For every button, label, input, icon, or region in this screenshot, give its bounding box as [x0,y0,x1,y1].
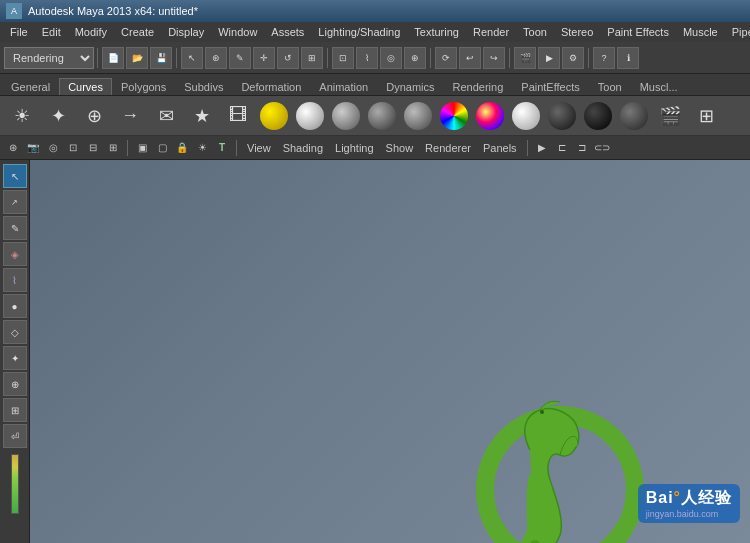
viewport-renderer-menu[interactable]: Renderer [420,140,476,156]
history-btn[interactable]: ⟳ [435,47,457,69]
menu-texturing[interactable]: Texturing [408,24,465,40]
vp-icon-mesh[interactable]: ⊟ [84,139,102,157]
lasso-btn[interactable]: ⊛ [205,47,227,69]
vp-icon-box[interactable]: ⊡ [64,139,82,157]
info-btn[interactable]: ℹ [617,47,639,69]
viewport-panels-menu[interactable]: Panels [478,140,522,156]
move-btn[interactable]: ✛ [253,47,275,69]
vp-icon-show[interactable]: ▢ [153,139,171,157]
pivot-tool[interactable]: ⊕ [3,372,27,396]
redo-btn[interactable]: ↪ [483,47,505,69]
tab-general[interactable]: General [2,78,59,95]
tab-subdivs[interactable]: Subdivs [175,78,232,95]
tab-painteffects[interactable]: PaintEffects [512,78,589,95]
menu-modify[interactable]: Modify [69,24,113,40]
shelf-sphere-dark[interactable] [545,99,579,133]
shelf-sphere-yellow[interactable] [257,99,291,133]
viewport-show-menu[interactable]: Show [381,140,419,156]
tab-dynamics[interactable]: Dynamics [377,78,443,95]
vp-icon-T[interactable]: T [213,139,231,157]
menu-file[interactable]: File [4,24,34,40]
paint-btn[interactable]: ✎ [229,47,251,69]
shelf-icon-plus-circle[interactable]: ⊕ [77,99,111,133]
tab-curves[interactable]: Curves [59,78,112,95]
vp-icon-clone[interactable]: ⊏ [553,139,571,157]
shelf-icon-film[interactable]: 🎞 [221,99,255,133]
vp-icon-share[interactable]: ⊂⊃ [593,139,611,157]
shelf-icon-grid[interactable]: ⊞ [689,99,723,133]
paint-tool[interactable]: ✎ [3,216,27,240]
menu-assets[interactable]: Assets [265,24,310,40]
measure-tool[interactable]: ⊞ [3,398,27,422]
vp-icon-lock[interactable]: 🔒 [173,139,191,157]
viewport-3d[interactable]: Bai°人经验 jingyan.baidu.com [30,160,750,543]
snap-surface-btn[interactable]: ⊕ [404,47,426,69]
curve-tool[interactable]: ⌇ [3,268,27,292]
nav-tool[interactable]: ⏎ [3,424,27,448]
shelf-sphere-gray3[interactable] [401,99,435,133]
polygon-tool[interactable]: ◇ [3,320,27,344]
shelf-icon-mail[interactable]: ✉ [149,99,183,133]
select-tool[interactable]: ↖ [3,164,27,188]
tab-animation[interactable]: Animation [310,78,377,95]
vp-icon-compare[interactable]: ⊐ [573,139,591,157]
vp-icon-camera[interactable]: 📷 [24,139,42,157]
tab-deformation[interactable]: Deformation [232,78,310,95]
menu-display[interactable]: Display [162,24,210,40]
shelf-sphere-light[interactable] [509,99,543,133]
vp-icon-hide[interactable]: ▣ [133,139,151,157]
shelf-icon-film2[interactable]: 🎬 [653,99,687,133]
shelf-sphere-gray2[interactable] [365,99,399,133]
shelf-sphere-white[interactable] [293,99,327,133]
menu-toon[interactable]: Toon [517,24,553,40]
open-scene-btn[interactable]: 📂 [126,47,148,69]
menu-lighting-shading[interactable]: Lighting/Shading [312,24,406,40]
viewport-shading-menu[interactable]: Shading [278,140,328,156]
soft-select-tool[interactable]: ↗ [3,190,27,214]
vp-icon-light[interactable]: ☀ [193,139,211,157]
ipr-btn[interactable]: ▶ [538,47,560,69]
shelf-icon-star[interactable]: ★ [185,99,219,133]
select-tool-btn[interactable]: ↖ [181,47,203,69]
settings-btn[interactable]: ⚙ [562,47,584,69]
rotate-btn[interactable]: ↺ [277,47,299,69]
menu-create[interactable]: Create [115,24,160,40]
shelf-sphere-darkest[interactable] [581,99,615,133]
snap-grid-btn[interactable]: ⊡ [332,47,354,69]
save-scene-btn[interactable]: 💾 [150,47,172,69]
viewport-lighting-menu[interactable]: Lighting [330,140,379,156]
sculpt-tool[interactable]: ◈ [3,242,27,266]
vp-icon-move[interactable]: ⊛ [4,139,22,157]
viewport-view-menu[interactable]: View [242,140,276,156]
menu-render[interactable]: Render [467,24,515,40]
shelf-sphere-rainbow[interactable] [437,99,471,133]
menu-stereo[interactable]: Stereo [555,24,599,40]
shelf-sphere-gray1[interactable] [329,99,363,133]
vp-icon-target[interactable]: ◎ [44,139,62,157]
tab-rendering[interactable]: Rendering [444,78,513,95]
new-scene-btn[interactable]: 📄 [102,47,124,69]
shelf-sphere-darkgray[interactable] [617,99,651,133]
vp-icon-sel[interactable]: ⊞ [104,139,122,157]
sphere-tool[interactable]: ● [3,294,27,318]
tab-polygons[interactable]: Polygons [112,78,175,95]
snap-curve-btn[interactable]: ⌇ [356,47,378,69]
shelf-icon-sparkle[interactable]: ✦ [41,99,75,133]
shelf-icon-arrow[interactable]: → [113,99,147,133]
menu-pipe[interactable]: Pipe [726,24,750,40]
tab-toon[interactable]: Toon [589,78,631,95]
snap-point-btn[interactable]: ◎ [380,47,402,69]
menu-muscle[interactable]: Muscle [677,24,724,40]
vp-icon-arrow-right[interactable]: ▶ [533,139,551,157]
scale-btn[interactable]: ⊞ [301,47,323,69]
menu-window[interactable]: Window [212,24,263,40]
transform-tool[interactable]: ✦ [3,346,27,370]
undo-btn[interactable]: ↩ [459,47,481,69]
menu-edit[interactable]: Edit [36,24,67,40]
mode-dropdown[interactable]: Rendering Animation Modeling Dynamics [4,47,94,69]
shelf-sphere-multicolor[interactable] [473,99,507,133]
shelf-icon-sun[interactable]: ☀ [5,99,39,133]
menu-paint-effects[interactable]: Paint Effects [601,24,675,40]
help-btn[interactable]: ? [593,47,615,69]
render-btn[interactable]: 🎬 [514,47,536,69]
